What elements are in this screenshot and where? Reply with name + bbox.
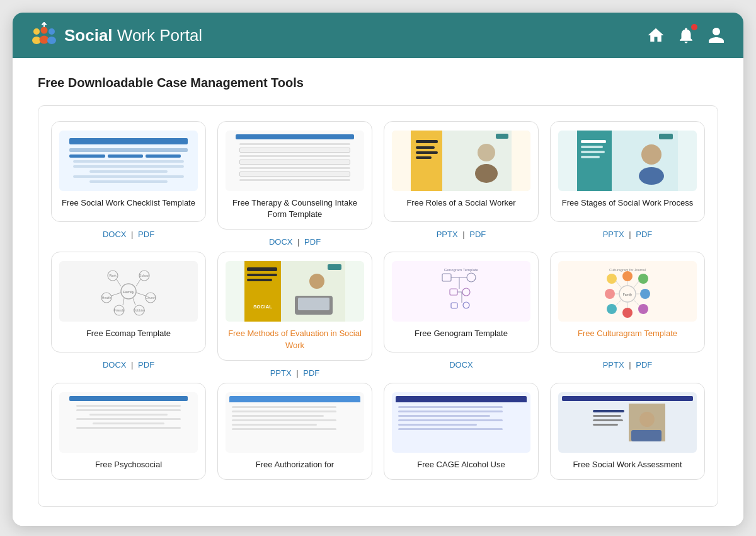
link-culturagram-pptx[interactable]: PPTX <box>603 360 624 370</box>
svg-line-85 <box>616 300 621 305</box>
svg-rect-12 <box>416 146 435 149</box>
tool-links-methods: PPTX | PDF <box>270 368 320 378</box>
svg-rect-55 <box>298 298 329 310</box>
thumb-checklist <box>59 131 198 191</box>
svg-point-72 <box>622 271 633 281</box>
content-area: Free Social Work Checklist Template DOCX… <box>38 105 718 507</box>
svg-text:Health: Health <box>102 296 112 300</box>
svg-point-63 <box>462 288 470 296</box>
tool-links-stages: PPTX | PDF <box>603 230 653 239</box>
tool-label-genogram: Free Genogram Template <box>415 328 508 339</box>
link-ecomap-pdf[interactable]: PDF <box>138 360 154 370</box>
tool-authorization-column: Free Authorization for <box>217 383 372 486</box>
svg-rect-13 <box>416 151 438 154</box>
svg-text:Hobbies: Hobbies <box>134 308 146 312</box>
svg-rect-91 <box>593 410 624 412</box>
link-roles-pdf[interactable]: PDF <box>469 230 486 239</box>
svg-text:Friends: Friends <box>114 308 125 312</box>
svg-point-71 <box>607 274 617 284</box>
tool-links-therapy: DOCX | PDF <box>269 237 321 247</box>
link-genogram-docx[interactable]: DOCX <box>449 360 473 370</box>
tool-card-psychosocial[interactable]: Free Psychosocial <box>51 383 206 480</box>
tool-therapy-column: Free Therapy & Counseling Intake Form Te… <box>217 121 372 247</box>
svg-rect-66 <box>451 303 457 308</box>
svg-rect-19 <box>577 131 612 191</box>
link-methods-pdf[interactable]: PDF <box>303 368 319 378</box>
tool-card-assessment[interactable]: Free Social Work Assessment <box>550 383 705 480</box>
thumb-therapy <box>226 131 364 191</box>
tool-card-culturagram[interactable]: Culturagram for Journal Family <box>550 252 705 352</box>
tool-card-checklist[interactable]: Free Social Work Checklist Template <box>51 121 206 222</box>
link-checklist-pdf[interactable]: PDF <box>138 230 154 239</box>
svg-point-24 <box>641 144 662 165</box>
tool-roles-column: Free Roles of a Social Worker PPTX | PDF <box>384 121 539 247</box>
thumb-stages <box>558 131 697 191</box>
tool-card-therapy[interactable]: Free Therapy & Counseling Intake Form Te… <box>217 121 372 230</box>
link-therapy-pdf[interactable]: PDF <box>304 237 321 247</box>
tool-cage-column: Free CAGE Alcohol Use <box>384 383 539 486</box>
tool-card-ecomap[interactable]: Family Work School Health Church <box>51 252 206 352</box>
tool-label-ecomap: Free Ecomap Template <box>86 328 171 339</box>
notification-badge <box>691 24 697 30</box>
notifications-button[interactable] <box>677 26 696 45</box>
tool-label-methods: Free Methods of Evaluation in Social Wor… <box>226 328 364 351</box>
tool-assessment-column: Free Social Work Assessment <box>550 383 705 486</box>
link-methods-pptx[interactable]: PPTX <box>270 368 292 378</box>
tool-card-roles[interactable]: Free Roles of a Social Worker <box>384 121 539 222</box>
link-stages-pptx[interactable]: PPTX <box>603 230 624 239</box>
svg-rect-62 <box>450 289 457 295</box>
svg-text:Genogram Template: Genogram Template <box>444 268 479 272</box>
logo-area: Social Work Portal <box>30 21 202 49</box>
svg-point-76 <box>622 308 633 318</box>
link-culturagram-pdf[interactable]: PDF <box>636 360 652 370</box>
home-button[interactable] <box>646 26 665 45</box>
svg-point-25 <box>639 167 664 185</box>
svg-rect-14 <box>416 156 432 159</box>
link-stages-pdf[interactable]: PDF <box>636 230 652 239</box>
svg-rect-87 <box>590 404 627 441</box>
tool-stages-column: Free Stages of Social Work Process PPTX … <box>550 121 705 247</box>
thumb-genogram: Genogram Template <box>392 261 530 322</box>
link-roles-pptx[interactable]: PPTX <box>437 230 458 239</box>
tool-label-authorization: Free Authorization for <box>256 459 334 470</box>
tool-label-psychosocial: Free Psychosocial <box>95 459 162 470</box>
svg-point-53 <box>309 274 324 289</box>
tool-label-roles: Free Roles of a Social Worker <box>406 197 515 209</box>
svg-point-5 <box>47 37 56 44</box>
svg-text:SOCIAL: SOCIAL <box>253 304 272 310</box>
svg-text:Family: Family <box>123 290 134 294</box>
link-therapy-docx[interactable]: DOCX <box>269 237 293 247</box>
link-ecomap-docx[interactable]: DOCX <box>103 360 127 370</box>
home-icon <box>646 26 665 45</box>
tool-links-culturagram: PPTX | PDF <box>603 360 653 370</box>
svg-rect-21 <box>581 146 603 148</box>
tool-card-stages[interactable]: Free Stages of Social Work Process <box>550 121 705 222</box>
link-checklist-docx[interactable]: DOCX <box>103 230 127 239</box>
thumb-ecomap: Family Work School Health Church <box>59 261 198 322</box>
page-title: Free Downloadable Case Management Tools <box>38 76 718 90</box>
svg-text:Church: Church <box>146 296 156 300</box>
svg-line-83 <box>634 300 639 305</box>
main-content: Free Downloadable Case Management Tools <box>13 58 743 526</box>
tool-links-genogram: DOCX <box>449 360 473 370</box>
tool-card-authorization[interactable]: Free Authorization for <box>217 383 372 480</box>
user-icon <box>707 26 726 45</box>
header: Social Work Portal <box>13 13 743 58</box>
tool-label-culturagram: Free Culturagram Template <box>578 328 677 339</box>
svg-rect-51 <box>247 279 272 281</box>
svg-line-43 <box>112 293 121 296</box>
svg-rect-94 <box>593 424 618 426</box>
tool-card-genogram[interactable]: Genogram Template <box>384 252 539 352</box>
svg-point-15 <box>478 144 495 161</box>
user-profile-button[interactable] <box>707 26 726 45</box>
tool-label-stages: Free Stages of Social Work Process <box>562 197 694 209</box>
tool-methods-column: SOCIAL Free Methods of Evalua <box>217 252 372 377</box>
svg-line-42 <box>136 279 140 286</box>
svg-line-81 <box>634 281 639 288</box>
svg-rect-11 <box>416 140 438 143</box>
tool-card-cage[interactable]: Free CAGE Alcohol Use <box>384 383 539 480</box>
tool-card-methods[interactable]: SOCIAL Free Methods of Evalua <box>217 252 372 360</box>
tool-label-checklist: Free Social Work Checklist Template <box>62 197 195 209</box>
svg-rect-50 <box>247 274 277 276</box>
svg-point-78 <box>605 289 615 299</box>
